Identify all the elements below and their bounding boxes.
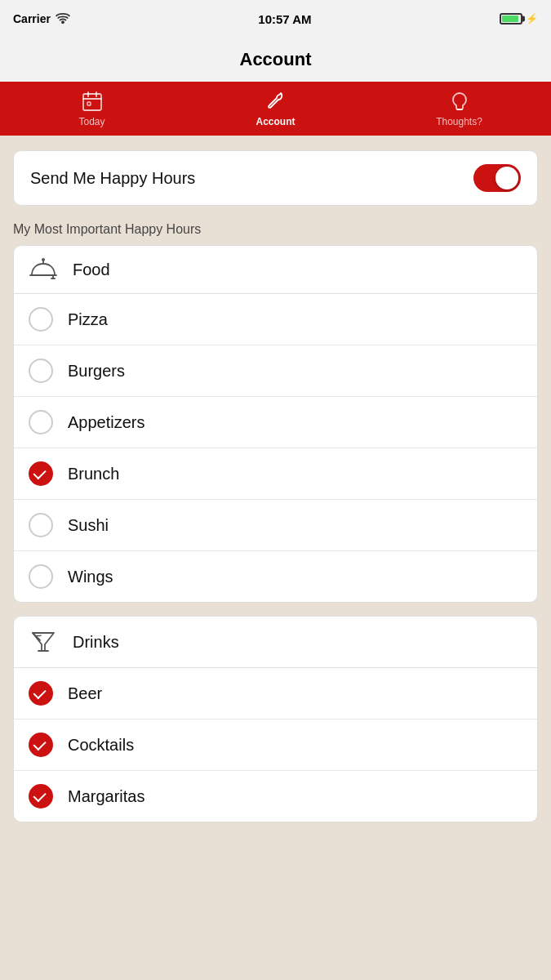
toggle-switch[interactable] bbox=[473, 164, 521, 192]
radio-margaritas bbox=[29, 784, 53, 808]
food-category-card: Food Pizza Burgers Appetizers Brunch Sus… bbox=[13, 245, 538, 603]
list-item-burgers[interactable]: Burgers bbox=[14, 345, 537, 397]
margaritas-label: Margaritas bbox=[68, 787, 144, 806]
happy-hours-toggle-row: Send Me Happy Hours bbox=[13, 150, 538, 206]
svg-point-0 bbox=[62, 21, 64, 23]
toggle-knob bbox=[495, 167, 518, 189]
charging-bolt: ⚡ bbox=[526, 13, 538, 24]
drinks-category-card: Drinks Beer Cocktails Margaritas bbox=[13, 616, 538, 822]
appetizers-label: Appetizers bbox=[68, 413, 145, 432]
radio-wings bbox=[29, 564, 53, 589]
tab-thoughts-label: Thoughts? bbox=[436, 116, 482, 127]
radio-sushi bbox=[29, 513, 53, 537]
status-bar: Carrier 10:57 AM ⚡ bbox=[0, 0, 551, 36]
list-item-sushi[interactable]: Sushi bbox=[14, 500, 537, 551]
tab-account-label: Account bbox=[256, 116, 295, 127]
drinks-category-header: Drinks bbox=[14, 617, 537, 668]
drinks-label: Drinks bbox=[73, 633, 119, 652]
svg-point-9 bbox=[42, 258, 45, 261]
svg-rect-5 bbox=[87, 102, 91, 105]
lightbulb-icon bbox=[448, 90, 471, 113]
wings-label: Wings bbox=[68, 568, 113, 586]
tab-bar: Today Account Thoughts? bbox=[0, 82, 551, 136]
beer-label: Beer bbox=[68, 684, 102, 703]
list-item-margaritas[interactable]: Margaritas bbox=[14, 771, 537, 822]
battery-area: ⚡ bbox=[500, 13, 538, 24]
calendar-icon bbox=[81, 90, 104, 113]
radio-pizza bbox=[29, 307, 53, 332]
list-item-cocktails[interactable]: Cocktails bbox=[14, 719, 537, 771]
status-time: 10:57 AM bbox=[258, 12, 311, 26]
radio-appetizers bbox=[29, 410, 53, 434]
list-item-wings[interactable]: Wings bbox=[14, 551, 537, 602]
tab-today-label: Today bbox=[78, 116, 104, 127]
carrier-wifi: Carrier bbox=[13, 12, 70, 26]
sushi-label: Sushi bbox=[68, 516, 109, 535]
list-item-brunch[interactable]: Brunch bbox=[14, 448, 537, 500]
tab-thoughts[interactable]: Thoughts? bbox=[367, 82, 551, 136]
battery-icon bbox=[500, 13, 522, 24]
wrench-icon bbox=[264, 90, 287, 113]
pizza-label: Pizza bbox=[68, 310, 108, 329]
tab-today[interactable]: Today bbox=[0, 82, 184, 136]
radio-brunch bbox=[29, 461, 53, 486]
food-category-header: Food bbox=[14, 246, 537, 294]
radio-burgers bbox=[29, 359, 53, 383]
tab-account[interactable]: Account bbox=[184, 82, 367, 136]
content-area: Send Me Happy Hours My Most Important Ha… bbox=[0, 136, 551, 850]
cloche-icon bbox=[29, 257, 58, 282]
svg-line-14 bbox=[33, 633, 40, 640]
carrier-text: Carrier bbox=[13, 12, 51, 25]
cocktail-icon bbox=[29, 628, 58, 656]
food-label: Food bbox=[73, 261, 110, 279]
list-item-beer[interactable]: Beer bbox=[14, 668, 537, 719]
page-title: Account bbox=[0, 36, 551, 82]
svg-rect-1 bbox=[83, 94, 101, 110]
list-item-appetizers[interactable]: Appetizers bbox=[14, 397, 537, 448]
section-label: My Most Important Happy Hours bbox=[13, 222, 538, 237]
burgers-label: Burgers bbox=[68, 362, 125, 381]
list-item-pizza[interactable]: Pizza bbox=[14, 294, 537, 345]
radio-beer bbox=[29, 681, 53, 706]
toggle-label: Send Me Happy Hours bbox=[30, 169, 195, 188]
brunch-label: Brunch bbox=[68, 465, 119, 483]
cocktails-label: Cocktails bbox=[68, 736, 134, 755]
wifi-icon bbox=[56, 12, 70, 26]
radio-cocktails bbox=[29, 733, 53, 757]
